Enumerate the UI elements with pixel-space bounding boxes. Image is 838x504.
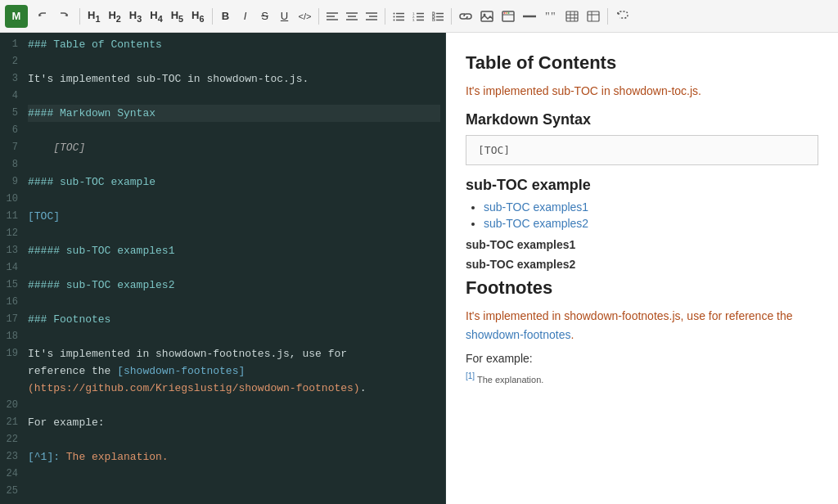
redo-button[interactable] <box>54 5 72 28</box>
svg-rect-37 <box>566 11 578 21</box>
preview-for-example: For example: <box>466 352 818 365</box>
preview-toc-placeholder: [TOC] <box>466 135 818 165</box>
footnote-def-text: The explanation. <box>475 375 543 385</box>
line-17: ### Footnotes <box>28 311 440 328</box>
svg-point-13 <box>394 19 395 20</box>
svg-point-31 <box>504 12 506 14</box>
line-24 <box>28 466 440 483</box>
separator-4 <box>385 8 385 25</box>
svg-rect-42 <box>588 11 599 21</box>
line-1: ### Table of Contents <box>28 36 440 53</box>
preview-footnote-para: It's implemented in showdown-footnotes.j… <box>466 307 818 344</box>
svg-rect-23 <box>432 16 435 18</box>
preview-h2-subtoc: sub-TOC example <box>466 177 818 194</box>
ol-button[interactable]: 1.2.3. <box>409 5 427 28</box>
line-12 <box>28 225 440 242</box>
line-18 <box>28 328 440 345</box>
preview-h2-markdown: Markdown Syntax <box>466 111 818 128</box>
line-19b: reference the [showdown-footnotes] <box>28 362 440 380</box>
svg-text:": " <box>545 11 550 22</box>
svg-point-11 <box>394 16 395 17</box>
hr-button[interactable] <box>520 5 539 28</box>
line-11: [TOC] <box>28 208 440 225</box>
preview-subtitle-text: It's implemented sub-TOC in showdown-toc… <box>466 84 701 97</box>
line-21: For example: <box>28 414 440 431</box>
preview-pane: Table of Contents It's implemented sub-T… <box>446 33 838 504</box>
line-19a: It's implemented in showdown-footnotes.j… <box>28 345 440 362</box>
line-2 <box>28 53 440 70</box>
line-25 <box>28 483 440 500</box>
svg-rect-21 <box>432 12 435 15</box>
line-14 <box>28 259 440 277</box>
h6-button[interactable]: H6 <box>188 5 207 28</box>
preview-title: Table of Contents <box>466 52 818 74</box>
preview-h1-footnotes: Footnotes <box>466 277 818 299</box>
separator-5 <box>451 8 452 25</box>
code-button[interactable]: </> <box>295 5 315 28</box>
svg-rect-25 <box>432 19 435 21</box>
list-item: sub-TOC examples1 <box>484 200 818 214</box>
toolbar: M H1 H2 H3 H4 H5 H6 B I S U </> 1.2.3. <box>0 0 838 33</box>
image-button[interactable] <box>477 5 497 28</box>
line-22 <box>28 431 440 448</box>
more-button[interactable] <box>583 5 603 28</box>
line-10 <box>28 191 440 208</box>
separator-1 <box>79 8 80 25</box>
preview-subtoc2-heading: sub-TOC examples2 <box>466 258 818 271</box>
line-6 <box>28 122 440 139</box>
task-list-button[interactable] <box>429 5 447 28</box>
preview-subtitle: It's implemented sub-TOC in showdown-toc… <box>466 82 818 100</box>
subtoc-link-2[interactable]: sub-TOC examples2 <box>484 217 588 230</box>
h5-button[interactable]: H5 <box>168 5 187 28</box>
blockquote-button[interactable]: "" <box>541 5 561 28</box>
separator-2 <box>212 8 213 25</box>
svg-text:": " <box>551 11 556 22</box>
line-13: ##### sub-TOC examples1 <box>28 242 440 259</box>
code-content[interactable]: ### Table of Contents It's implemented s… <box>23 36 445 500</box>
line-23: [^1]: The explanation. <box>28 448 440 466</box>
line-19c: (https://github.com/Kriegslustig/showdow… <box>28 380 440 397</box>
align-left-button[interactable] <box>323 5 341 28</box>
svg-point-32 <box>506 12 507 14</box>
h2-button[interactable]: H2 <box>105 5 124 28</box>
link-button[interactable] <box>456 5 475 28</box>
align-center-button[interactable] <box>343 5 361 28</box>
h1-button[interactable]: H1 <box>84 5 103 28</box>
footnote-ref: [1] <box>466 371 475 380</box>
footnote-para-text2: . <box>570 328 574 341</box>
italic-button[interactable]: I <box>237 5 255 28</box>
footnote-para-text1: It's implemented in showdown-footnotes.j… <box>466 309 793 322</box>
bold-button[interactable]: B <box>217 5 235 28</box>
line-15: ##### sub-TOC examples2 <box>28 277 440 294</box>
editor-pane[interactable]: 1 2 3 4 5 6 7 8 9 10 11 12 13 14 15 16 1… <box>0 33 446 504</box>
line-4 <box>28 88 440 105</box>
subtoc-link-1[interactable]: sub-TOC examples1 <box>484 200 588 214</box>
codeblock-button[interactable] <box>498 5 518 28</box>
align-right-button[interactable] <box>363 5 381 28</box>
app-logo: M <box>5 5 28 28</box>
line-numbers: 1 2 3 4 5 6 7 8 9 10 11 12 13 14 15 16 1… <box>0 36 23 500</box>
footnote-link[interactable]: showdown-footnotes <box>466 328 570 341</box>
svg-point-33 <box>508 12 510 14</box>
ul-button[interactable] <box>390 5 408 28</box>
h3-button[interactable]: H3 <box>126 5 145 28</box>
line-9: #### sub-TOC example <box>28 173 440 191</box>
preview-subtoc1-heading: sub-TOC examples1 <box>466 238 818 251</box>
table-button[interactable] <box>562 5 582 28</box>
separator-6 <box>607 8 608 25</box>
line-20 <box>28 397 440 414</box>
undo-button[interactable] <box>34 5 52 28</box>
preview-footnote-def: [1] The explanation. <box>466 371 818 385</box>
preview-subtoc-list: sub-TOC examples1 sub-TOC examples2 <box>466 200 818 230</box>
line-3: It's implemented sub-TOC in showdown-toc… <box>28 70 440 88</box>
line-16 <box>28 294 440 311</box>
line-8 <box>28 156 440 173</box>
strikethrough-button[interactable]: S <box>256 5 274 28</box>
main-content: 1 2 3 4 5 6 7 8 9 10 11 12 13 14 15 16 1… <box>0 33 838 504</box>
underline-button[interactable]: U <box>276 5 294 28</box>
undo-icon-button[interactable] <box>612 5 632 28</box>
h4-button[interactable]: H4 <box>146 5 165 28</box>
separator-3 <box>318 8 319 25</box>
line-5: #### Markdown Syntax <box>28 105 440 122</box>
svg-point-9 <box>394 12 395 14</box>
